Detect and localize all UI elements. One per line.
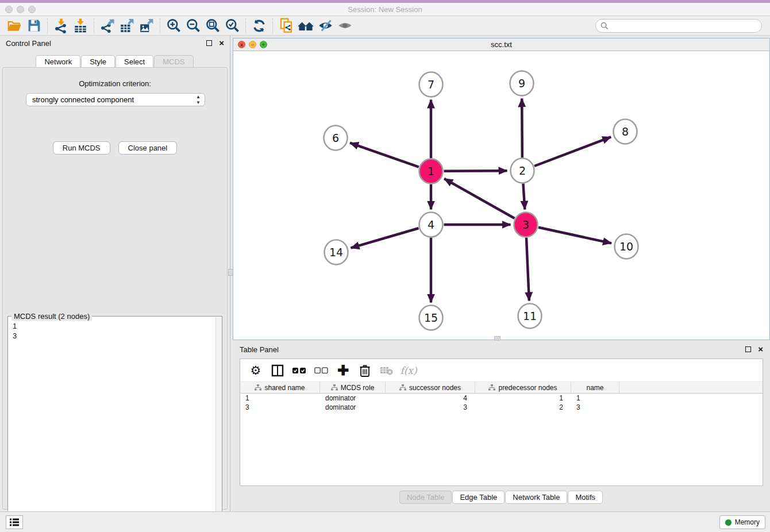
task-history-button[interactable] xyxy=(6,515,23,529)
column-header-name[interactable]: name xyxy=(571,382,619,394)
node-label-10: 10 xyxy=(619,240,633,253)
cell-successor-nodes[interactable]: 4 xyxy=(386,394,475,403)
hide-panel-icon[interactable] xyxy=(315,17,335,34)
cell-shared-name[interactable]: 1 xyxy=(240,394,320,403)
export-image-icon[interactable] xyxy=(137,17,156,34)
cell-MCDS-role[interactable]: dominator xyxy=(320,394,386,403)
tab-edge-table[interactable]: Edge Table xyxy=(452,491,505,504)
open-session-icon[interactable] xyxy=(5,17,24,34)
search-field[interactable] xyxy=(595,19,762,33)
zoom-in-icon[interactable] xyxy=(164,17,183,34)
memory-label: Memory xyxy=(735,518,760,526)
search-input[interactable] xyxy=(611,22,761,30)
cell-MCDS-role[interactable]: dominator xyxy=(320,403,386,412)
edge-2-3[interactable] xyxy=(523,183,525,209)
control-panel-float-icon[interactable] xyxy=(206,40,212,46)
table-panel-float-icon[interactable] xyxy=(745,346,751,352)
home-layout-icon[interactable] xyxy=(296,17,315,34)
edge-1-2[interactable] xyxy=(444,171,507,171)
import-table-icon[interactable] xyxy=(71,17,90,34)
tab-mcds[interactable]: MCDS xyxy=(154,55,193,68)
node-label-4: 4 xyxy=(428,218,434,231)
main-toolbar xyxy=(0,16,770,36)
clone-network-icon[interactable] xyxy=(276,17,296,34)
control-panel-close-icon[interactable]: × xyxy=(219,40,224,46)
network-canvas[interactable]: 7968124314101511 xyxy=(233,51,769,340)
run-mcds-button[interactable]: Run MCDS xyxy=(53,141,110,155)
delete-table-icon[interactable] xyxy=(377,361,396,380)
column-header-empty xyxy=(619,382,763,394)
export-network-icon[interactable] xyxy=(98,17,117,34)
tab-network-table[interactable]: Network Table xyxy=(505,491,567,504)
zoom-selected-icon[interactable] xyxy=(222,17,242,34)
refresh-icon[interactable] xyxy=(249,17,269,34)
edge-3-11[interactable] xyxy=(526,237,529,300)
edge-2-9[interactable] xyxy=(522,98,522,157)
node-label-7: 7 xyxy=(428,78,434,91)
network-window-titlebar[interactable]: x − + scc.txt xyxy=(233,38,769,51)
table-panel-close-icon[interactable]: × xyxy=(758,346,763,352)
select-all-rows-icon[interactable] xyxy=(290,361,309,380)
apply-function-icon[interactable]: f(x) xyxy=(399,361,418,380)
cell-predecessor-nodes[interactable]: 1 xyxy=(475,394,571,403)
cell-name[interactable]: 3 xyxy=(571,403,619,412)
table-row[interactable]: 1dominator411 xyxy=(240,394,763,403)
import-network-icon[interactable] xyxy=(51,17,71,34)
mcds-result-scrollbar[interactable] xyxy=(215,317,222,531)
table-row[interactable]: 3dominator323 xyxy=(240,403,763,412)
column-tree-icon xyxy=(399,384,406,391)
network-window-title: scc.txt xyxy=(233,40,769,49)
edge-2-8[interactable] xyxy=(534,137,611,166)
edge-3-1[interactable] xyxy=(444,179,514,218)
table-body: 1dominator4113dominator323 xyxy=(240,394,763,412)
control-panel: Control Panel × Network Style Select MCD… xyxy=(0,36,230,511)
optimization-criterion-label: Optimization criterion: xyxy=(3,79,227,88)
mcds-result-text[interactable]: 1 3 xyxy=(8,319,215,531)
tab-network[interactable]: Network xyxy=(36,55,80,68)
zoom-fit-icon[interactable] xyxy=(203,17,222,34)
delete-column-icon[interactable] xyxy=(355,361,375,380)
cell-shared-name[interactable]: 3 xyxy=(240,403,320,412)
zoom-out-icon[interactable] xyxy=(183,17,203,34)
table-panel: Table Panel × ⚙ ✚ f(x) shared n xyxy=(233,342,770,511)
node-label-8: 8 xyxy=(622,125,629,138)
show-column-panel-icon[interactable] xyxy=(268,361,287,380)
cell-predecessor-nodes[interactable]: 2 xyxy=(475,403,571,412)
control-panel-title: Control Panel xyxy=(6,39,206,48)
show-graphics-icon[interactable] xyxy=(335,17,355,34)
task-list-icon xyxy=(9,518,20,527)
column-header-shared-name[interactable]: shared name xyxy=(240,382,320,394)
column-tree-icon xyxy=(331,384,338,391)
horizontal-splitter-grip[interactable] xyxy=(494,336,500,341)
node-label-15: 15 xyxy=(424,311,438,324)
edge-3-10[interactable] xyxy=(538,228,611,244)
mcds-result-box: MCDS result (2 nodes) 1 3 xyxy=(7,316,222,532)
node-label-9: 9 xyxy=(518,77,525,90)
deselect-all-rows-icon[interactable] xyxy=(311,361,331,380)
tab-motifs[interactable]: Motifs xyxy=(568,491,603,504)
memory-status-icon xyxy=(725,519,732,526)
edge-1-6[interactable] xyxy=(350,143,419,167)
close-panel-button[interactable]: Close panel xyxy=(118,141,178,155)
column-header-MCDS-role[interactable]: MCDS role xyxy=(320,382,386,394)
add-column-icon[interactable]: ✚ xyxy=(333,361,353,380)
column-tree-icon xyxy=(488,384,495,391)
node-label-1: 1 xyxy=(428,165,434,178)
tab-node-table[interactable]: Node Table xyxy=(399,491,452,504)
memory-button[interactable]: Memory xyxy=(719,515,765,529)
save-session-icon[interactable] xyxy=(24,17,44,34)
node-label-2: 2 xyxy=(519,164,526,177)
cell-successor-nodes[interactable]: 3 xyxy=(386,403,475,412)
column-header-predecessor-nodes[interactable]: predecessor nodes xyxy=(475,382,571,394)
table-options-icon[interactable]: ⚙ xyxy=(246,361,265,380)
column-header-successor-nodes[interactable]: successor nodes xyxy=(386,382,475,394)
node-label-11: 11 xyxy=(523,310,537,322)
criterion-dropdown[interactable]: strongly connected component ▲▼ xyxy=(26,93,205,106)
network-view-window: x − + scc.txt 7968124314101511 xyxy=(233,38,770,340)
tab-select[interactable]: Select xyxy=(116,55,153,68)
node-label-14: 14 xyxy=(329,246,343,259)
cell-name[interactable]: 1 xyxy=(571,394,619,403)
export-table-icon[interactable] xyxy=(117,17,137,34)
edge-4-14[interactable] xyxy=(351,228,418,248)
tab-style[interactable]: Style xyxy=(81,55,115,68)
